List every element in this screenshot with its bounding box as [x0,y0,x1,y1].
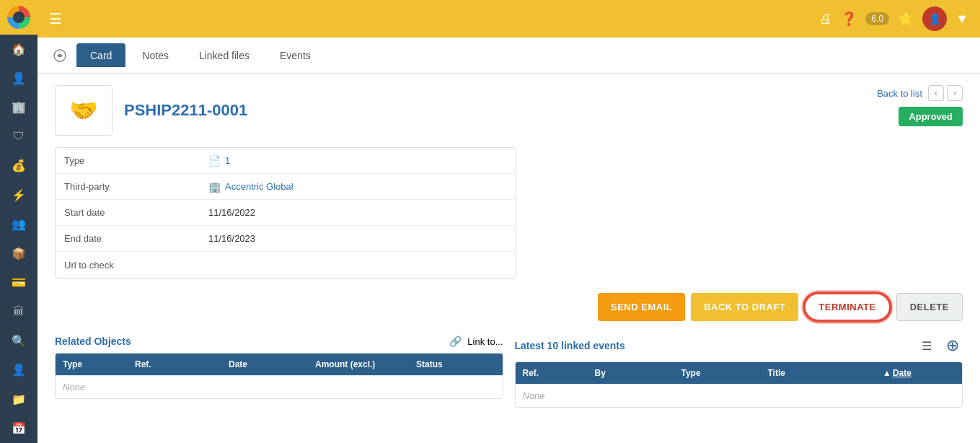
bottom-section: Related Objects 🔗 Link to... Type Ref. D… [55,335,963,408]
field-start-date: Start date 11/16/2022 [56,200,516,226]
linked-events-table: Ref. By Type Title ▲ Date None [515,361,963,408]
app-logo[interactable] [0,0,37,35]
form-section: Type 📄 1 Third-party 🏢 Accentric Global … [55,147,516,278]
date-sort-label[interactable]: Date [893,368,911,378]
record-left: 🤝 PSHIP2211-0001 [55,85,247,136]
company-icon: 🏢 [208,181,221,193]
record-icon: 🤝 [55,85,112,136]
content-area: 🤝 PSHIP2211-0001 Back to list ‹ › Approv… [37,74,980,419]
tab-bar: Card Notes Linked files Events [37,38,980,74]
field-type: Type 📄 1 [56,148,516,174]
action-buttons: SEND EMAIL BACK TO DRAFT TERMINATE DELET… [55,293,963,321]
type-link[interactable]: 1 [225,155,230,166]
record-id: PSHIP2211-0001 [124,101,247,120]
link-icon: 🔗 [449,335,462,347]
hamburger-menu[interactable]: ☰ [49,10,62,27]
linked-events-table-header: Ref. By Type Title ▲ Date [516,362,963,384]
related-objects-table-header: Type Ref. Date Amount (excl.) Status [56,354,503,375]
value-start-date: 11/16/2022 [200,201,264,224]
related-objects-table: Type Ref. Date Amount (excl.) Status Non… [55,353,503,399]
status-badge: Approved [899,107,963,126]
related-objects-empty: None [56,376,92,398]
sidebar-item-home[interactable]: 🏠 [0,35,37,63]
value-third-party: 🏢 Accentric Global [200,175,302,198]
label-type: Type [56,149,200,172]
sidebar-item-calendar[interactable]: 📅 [0,413,37,442]
label-url: Url to check [56,254,200,276]
label-end-date: End date [56,227,200,250]
related-objects-empty-row: None [56,375,503,398]
print-icon[interactable]: 🖨 [819,12,832,27]
sidebar-item-building[interactable]: 🏢 [0,93,37,122]
col-header-ref: Ref. [128,354,221,375]
sidebar-item-folder[interactable]: 📁 [0,385,37,413]
label-third-party: Third-party [56,175,200,198]
sidebar-item-contact[interactable]: 👤 [0,356,37,385]
linked-events-header: Latest 10 linked events ☰ ⊕ [515,335,963,356]
value-url [200,259,217,271]
related-objects-title: Related Objects [55,335,131,347]
linked-events-actions: ☰ ⊕ [917,335,963,356]
terminate-button[interactable]: TERMINATE [804,293,890,321]
col-header-status: Status [409,354,503,375]
version-badge: 6.0 [865,12,889,25]
col-header-amount: Amount (excl.) [308,354,409,375]
menu-icon[interactable]: ☰ [917,335,937,356]
col-header-type2: Type [674,362,761,384]
linked-events-title: Latest 10 linked events [515,340,625,351]
col-header-date: Date [221,354,308,375]
main-content: Card Notes Linked files Events 🤝 PSHIP22… [37,38,980,443]
add-event-icon[interactable]: ⊕ [943,335,963,356]
field-end-date: End date 11/16/2023 [56,226,516,252]
col-header-by: By [588,362,674,384]
send-email-button[interactable]: SEND EMAIL [598,293,685,321]
sidebar: 🏠 👤 🏢 🛡 💰 ⚡ 👥 📦 💳 🏛 🔍 👤 📁 📅 [0,0,37,443]
third-party-link[interactable]: Accentric Global [225,181,293,192]
sidebar-item-search[interactable]: 🔍 [0,326,37,355]
col-header-title: Title [761,362,876,384]
value-type: 📄 1 [200,149,239,172]
tab-card[interactable]: Card [76,43,125,67]
record-right: Back to list ‹ › Approved [877,85,963,126]
related-objects-header: Related Objects 🔗 Link to... [55,335,503,347]
tab-notes[interactable]: Notes [128,43,182,67]
col-header-ref2: Ref. [516,362,588,384]
col-header-date2[interactable]: ▲ Date [875,362,962,384]
field-url: Url to check [56,252,516,278]
topbar: ☰ 🖨 ❓ 6.0 ⭐ 👤 ▼ [37,0,980,38]
tab-linked-files[interactable]: Linked files [185,43,263,67]
link-to-button[interactable]: Link to... [467,336,503,347]
sidebar-item-people[interactable]: 👥 [0,209,37,238]
dropdown-icon[interactable]: ▼ [955,12,968,27]
version-number: 6.0 [871,14,883,24]
next-arrow[interactable]: › [947,85,963,101]
tab-bar-icon [49,45,71,66]
col-header-type: Type [56,354,128,375]
field-third-party: Third-party 🏢 Accentric Global [56,174,516,200]
back-to-list-link[interactable]: Back to list [877,88,922,99]
sidebar-item-card[interactable]: 💳 [0,268,37,297]
sidebar-item-bolt[interactable]: ⚡ [0,180,37,209]
sidebar-item-money[interactable]: 💰 [0,152,37,180]
value-end-date: 11/16/2023 [200,227,264,250]
prev-arrow[interactable]: ‹ [928,85,944,101]
linked-events-panel: Latest 10 linked events ☰ ⊕ Ref. By Type… [515,335,963,408]
help-icon[interactable]: ❓ [841,11,857,27]
sidebar-item-user[interactable]: 👤 [0,63,37,92]
related-objects-actions: 🔗 Link to... [449,335,503,347]
sidebar-item-box[interactable]: 📦 [0,239,37,268]
tab-events[interactable]: Events [266,43,325,67]
user-avatar[interactable]: 👤 [922,6,947,31]
linked-events-empty-row: None [516,384,963,407]
record-header: 🤝 PSHIP2211-0001 Back to list ‹ › Approv… [55,85,963,136]
related-objects-panel: Related Objects 🔗 Link to... Type Ref. D… [55,335,503,408]
star-icon[interactable]: ⭐ [898,11,914,27]
doc-icon: 📄 [208,155,221,167]
delete-button[interactable]: DELETE [896,293,963,321]
sidebar-item-bank[interactable]: 🏛 [0,297,37,326]
nav-arrows: ‹ › [928,85,963,101]
linked-events-empty: None [516,385,552,407]
sidebar-item-shield[interactable]: 🛡 [0,122,37,151]
back-to-draft-button[interactable]: BACK TO DRAFT [691,293,798,321]
label-start-date: Start date [56,201,200,224]
